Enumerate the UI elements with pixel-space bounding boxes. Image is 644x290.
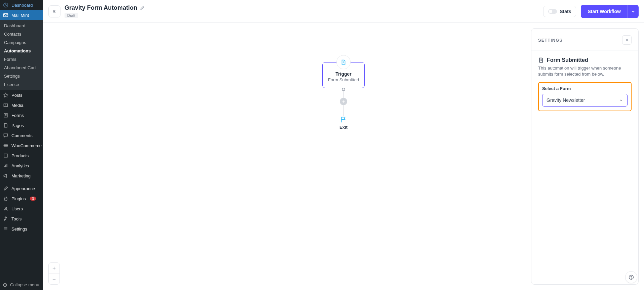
- connector-line: [344, 91, 344, 98]
- settings-icon: [3, 226, 9, 232]
- panel-close-button[interactable]: [622, 35, 632, 45]
- svg-rect-8: [4, 154, 7, 157]
- woo-icon: [3, 142, 9, 149]
- edit-title-button[interactable]: [140, 6, 145, 10]
- sidebar-label: Marketing: [11, 173, 31, 178]
- connector-line: [344, 105, 344, 116]
- plugin-icon: [3, 196, 9, 202]
- sidebar-label: Pages: [11, 123, 24, 128]
- help-icon: [629, 275, 634, 280]
- select-form-highlight: Select a Form Gravity Newsletter: [538, 82, 632, 111]
- products-icon: [3, 153, 9, 159]
- pin-icon: [3, 92, 9, 98]
- stats-toggle-group: Stats: [543, 6, 576, 17]
- sidebar-item-media[interactable]: Media: [0, 100, 43, 110]
- sidebar-item-posts[interactable]: Posts: [0, 90, 43, 100]
- sidebar-label: Analytics: [11, 163, 29, 168]
- comment-icon: [3, 132, 9, 138]
- sidebar-label: Plugins: [11, 196, 26, 201]
- sidebar-label: Settings: [11, 226, 27, 232]
- start-workflow-dropdown[interactable]: [628, 5, 639, 18]
- close-icon: [625, 38, 629, 42]
- sidebar-item-dashboard[interactable]: Dashboard: [0, 0, 43, 10]
- trigger-subtitle: Form Submitted: [327, 77, 360, 82]
- submenu-forms[interactable]: Forms: [0, 55, 43, 64]
- sidebar-item-plugins[interactable]: Plugins 3: [0, 194, 43, 204]
- zoom-out-button[interactable]: [49, 274, 59, 284]
- sidebar-label: Dashboard: [11, 3, 33, 8]
- forms-icon: [3, 112, 9, 118]
- collapse-menu[interactable]: Collapse menu: [0, 280, 43, 290]
- add-step-button[interactable]: +: [340, 98, 347, 105]
- zoom-in-button[interactable]: [49, 263, 59, 274]
- start-workflow-button[interactable]: Start Workflow: [581, 5, 628, 18]
- workflow-canvas[interactable]: Trigger Form Submitted + Exit SETTINGS: [43, 23, 644, 290]
- document-icon: [340, 59, 347, 65]
- sidebar-label: Tools: [11, 216, 22, 221]
- sidebar-label: Products: [11, 153, 29, 158]
- svg-point-16: [3, 283, 7, 287]
- chevron-down-icon: [631, 9, 635, 13]
- stats-toggle[interactable]: [548, 9, 557, 14]
- section-description: This automation will trigger when someon…: [538, 65, 632, 77]
- section-title: Form Submitted: [547, 57, 588, 63]
- wrench-icon: [3, 216, 9, 222]
- megaphone-icon: [3, 173, 9, 179]
- media-icon: [3, 102, 9, 108]
- form-select[interactable]: Gravity Newsletter: [542, 94, 628, 107]
- svg-rect-2: [4, 104, 7, 107]
- submenu-automations[interactable]: Automations: [0, 47, 43, 55]
- sidebar-item-products[interactable]: Products: [0, 151, 43, 161]
- user-icon: [3, 206, 9, 212]
- sidebar-item-tools[interactable]: Tools: [0, 214, 43, 224]
- wp-admin-sidebar: Dashboard Mail Mint Dashboard Contacts C…: [0, 0, 43, 290]
- flow-container: Trigger Form Submitted + Exit: [322, 55, 365, 130]
- page-title: Gravity Form Automation: [65, 4, 137, 11]
- sidebar-item-marketing[interactable]: Marketing: [0, 171, 43, 181]
- analytics-icon: [3, 163, 9, 169]
- draft-badge: Draft: [65, 13, 78, 18]
- chevron-down-icon: [619, 98, 623, 102]
- panel-header-title: SETTINGS: [538, 38, 563, 43]
- mail-icon: [3, 12, 9, 18]
- sidebar-label: Users: [11, 206, 23, 211]
- sidebar-item-mailmint[interactable]: Mail Mint: [0, 10, 43, 20]
- sidebar-item-forms[interactable]: Forms: [0, 110, 43, 120]
- settings-panel: SETTINGS Form Submitted This automation …: [531, 28, 639, 285]
- sidebar-label: Forms: [11, 113, 24, 118]
- submenu-abandoned[interactable]: Abandoned Cart: [0, 64, 43, 72]
- collapse-label: Collapse menu: [10, 282, 39, 287]
- trigger-icon-circle: [336, 55, 351, 69]
- topbar: Gravity Form Automation Draft Stats Star…: [43, 0, 644, 23]
- back-button[interactable]: [48, 5, 61, 17]
- exit-label: Exit: [339, 125, 348, 130]
- field-label: Select a Form: [542, 86, 628, 91]
- sidebar-label: Appearance: [11, 186, 35, 191]
- sidebar-label: Comments: [11, 133, 33, 138]
- submenu-licence[interactable]: Licence: [0, 80, 43, 89]
- sidebar-item-settings[interactable]: Settings: [0, 224, 43, 234]
- svg-point-27: [631, 278, 632, 279]
- stats-label: Stats: [560, 9, 571, 14]
- sidebar-item-analytics[interactable]: Analytics: [0, 161, 43, 171]
- submenu-campaigns[interactable]: Campaigns: [0, 38, 43, 47]
- svg-rect-7: [4, 144, 8, 147]
- sidebar-item-woo[interactable]: WooCommerce: [0, 140, 43, 151]
- sidebar-item-pages[interactable]: Pages: [0, 120, 43, 130]
- submenu-settings[interactable]: Settings: [0, 72, 43, 80]
- sidebar-item-appearance[interactable]: Appearance: [0, 183, 43, 194]
- submenu-dashboard[interactable]: Dashboard: [0, 22, 43, 30]
- sidebar-item-users[interactable]: Users: [0, 204, 43, 214]
- sidebar-submenu: Dashboard Contacts Campaigns Automations…: [0, 20, 43, 90]
- svg-rect-10: [5, 165, 6, 167]
- page-icon: [3, 122, 9, 128]
- select-value: Gravity Newsletter: [547, 97, 585, 103]
- brush-icon: [3, 185, 9, 192]
- sidebar-item-comments[interactable]: Comments: [0, 130, 43, 140]
- trigger-title: Trigger: [327, 71, 360, 77]
- exit-flag-icon: [340, 116, 347, 123]
- submenu-contacts[interactable]: Contacts: [0, 30, 43, 38]
- chevron-left-icon: [52, 9, 57, 14]
- document-icon: [538, 57, 544, 63]
- help-button[interactable]: [625, 271, 637, 283]
